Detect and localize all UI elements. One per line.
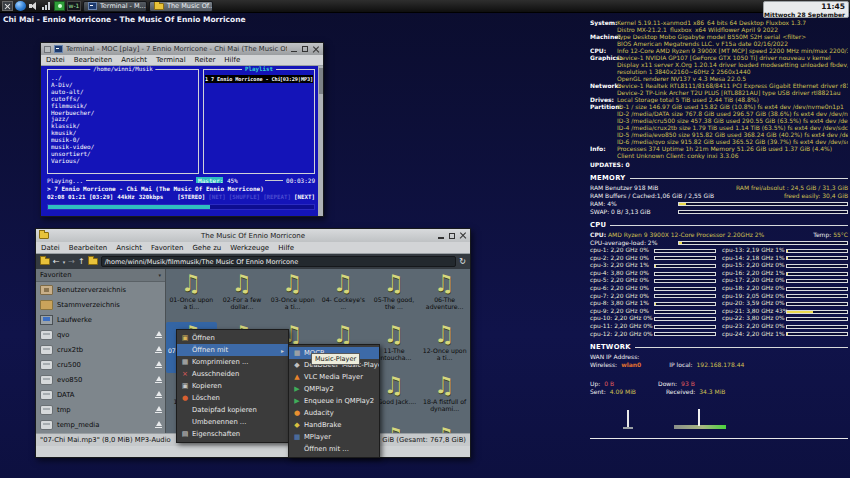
- filemanager-menu-item[interactable]: Hilfe: [278, 244, 294, 252]
- sidebar-item-label: tmp: [57, 406, 71, 414]
- terminal-menu-item[interactable]: Hilfe: [224, 56, 240, 64]
- network-globe-icon[interactable]: [15, 1, 26, 11]
- sidebar-item[interactable]: Stammverzeichnis: [36, 297, 165, 312]
- filemanager-menu-item[interactable]: Datei: [41, 244, 60, 252]
- filemanager-menu-item[interactable]: Ansicht: [116, 244, 142, 252]
- inxi-line: Machine: Type Desktop Mobo Gigabyte mode…: [590, 33, 848, 40]
- up-button[interactable]: ↑: [78, 257, 85, 267]
- context-menu-item[interactable]: ▦ Komprimieren ...: [177, 356, 288, 368]
- file-item[interactable]: ♫ 01-Once upon a ti...: [166, 271, 217, 322]
- terminal-menu-item[interactable]: Ansicht: [121, 56, 147, 64]
- volume-icon[interactable]: [28, 1, 39, 11]
- cpu-core-bar: [654, 310, 716, 314]
- moc-player[interactable]: /home/winni/Musik ../A-Div/auto-alt/cuto…: [41, 66, 323, 216]
- file-item[interactable]: ♫ 02-For a few dollar...: [217, 271, 268, 322]
- filemanager-menu-item[interactable]: Bearbeiten: [69, 244, 107, 252]
- terminal-menu-item[interactable]: Datei: [46, 56, 65, 64]
- context-menu-item[interactable]: ● Löschen: [177, 392, 288, 404]
- window-menu-button[interactable]: [44, 46, 51, 53]
- new-tab-icon[interactable]: [40, 258, 50, 265]
- sidebar-mode-selector[interactable]: Favoriten ▾: [36, 269, 165, 282]
- file-item[interactable]: ♫ 18-A fistfull of dynami...: [419, 373, 470, 424]
- filemanager-menu-item[interactable]: Werkzeuge: [230, 244, 269, 252]
- sidebar-item[interactable]: DATA: [36, 387, 165, 402]
- sidebar-item[interactable]: tmp: [36, 402, 165, 417]
- app-label: Öffnen mit ...: [304, 445, 349, 453]
- workspace-indicator[interactable]: w-1: [67, 1, 81, 11]
- close-button[interactable]: [459, 232, 467, 240]
- moc-directory-entry[interactable]: Hoerbuecher/: [51, 110, 196, 117]
- maximize-button[interactable]: [448, 232, 456, 240]
- terminal-titlebar[interactable]: Terminal - MOC [play] - 7 Ennio Morricon…: [41, 43, 323, 55]
- open-with-item[interactable]: ▶ Enqueue in QMPlay2: [289, 395, 379, 407]
- back-button[interactable]: ←: [53, 257, 60, 267]
- sidebar-item[interactable]: crux2tb: [36, 342, 165, 357]
- eject-icon[interactable]: [154, 406, 163, 414]
- terminal-menu-item[interactable]: Terminal: [156, 56, 186, 64]
- minimize-button[interactable]: [437, 232, 445, 240]
- sidebar-item[interactable]: Benutzerverzeichnis: [36, 282, 165, 297]
- file-item[interactable]: ♫ 12-Once upon a ti...: [419, 322, 470, 373]
- context-menu-item[interactable]: Öffnen mit ▸: [177, 344, 288, 356]
- eject-icon[interactable]: [154, 361, 163, 369]
- eject-icon[interactable]: [154, 376, 163, 384]
- file-item[interactable]: ♫ 03-Once upon a ti...: [267, 271, 318, 322]
- back-history-caret[interactable]: ▾: [63, 257, 66, 267]
- sidebar-item[interactable]: Laufwerke: [36, 312, 165, 327]
- terminal-menu-item[interactable]: Bearbeiten: [74, 56, 112, 64]
- moc-flag[interactable]: [REPEAT]: [263, 194, 291, 200]
- filemanager-titlebar[interactable]: The Music Of Ennio Morricone: [36, 229, 470, 242]
- moc-playlist-current-entry[interactable]: 1 7 Ennio Morricone - Chi M [03:29|MP3]: [205, 75, 313, 83]
- context-menu-item[interactable]: ▤ Eigenschaften: [177, 428, 288, 440]
- open-with-item[interactable]: Öffnen mit ...: [289, 443, 379, 455]
- eject-icon[interactable]: [154, 331, 163, 339]
- context-menu-item[interactable]: Umbenennen ...: [177, 416, 288, 428]
- moc-flag[interactable]: [SHUFFLE]: [229, 194, 260, 200]
- sidebar-item[interactable]: temp_media: [36, 417, 165, 432]
- filemanager-menu-item[interactable]: Favoriten: [151, 244, 183, 252]
- moc-flag[interactable]: [NET]: [208, 194, 225, 200]
- app-label: Enqueue in QMPlay2: [304, 397, 374, 405]
- open-with-item[interactable]: ◆ HandBrake: [289, 419, 379, 431]
- moc-directory-entry[interactable]: Various/: [51, 158, 196, 165]
- minimize-button[interactable]: [290, 45, 298, 53]
- moc-flag[interactable]: [NEXT]: [294, 194, 315, 200]
- signal-strength-icon[interactable]: [41, 1, 52, 11]
- moc-progress-bar[interactable]: [47, 204, 315, 210]
- moc-playlist-panel[interactable]: Playlist 1 7 Ennio Morricone - Chi M [03…: [203, 69, 315, 174]
- open-with-item[interactable]: ■ MPlayer: [289, 431, 379, 443]
- moc-directory-panel[interactable]: /home/winni/Musik ../A-Div/auto-alt/cuto…: [47, 69, 199, 174]
- eject-icon[interactable]: [154, 421, 163, 429]
- filemanager-menu-item[interactable]: Gehe zu: [192, 244, 221, 252]
- eject-icon[interactable]: [154, 391, 163, 399]
- forward-button[interactable]: →: [68, 257, 75, 267]
- context-menu-item[interactable]: ▣ Öffnen: [177, 332, 288, 344]
- sidebar-item[interactable]: qvo: [36, 327, 165, 342]
- terminal-menu-item[interactable]: Reiter: [195, 56, 216, 64]
- moc-directory-list[interactable]: ../A-Div/auto-alt/cutoffs/filmmusik/Hoer…: [51, 75, 196, 171]
- open-with-item[interactable]: ● Audacity: [289, 407, 379, 419]
- file-item[interactable]: ♫ 05-The good, the ...: [369, 271, 420, 322]
- path-field[interactable]: /home/winni/Musik/filmmusik/The Music Of…: [101, 256, 457, 267]
- file-item[interactable]: ♫ 04- Cockeye's ...: [318, 271, 369, 322]
- open-with-item[interactable]: ▲ VLC Media Player: [289, 371, 379, 383]
- taskbar-button-filemanager[interactable]: The Music Of...: [149, 1, 213, 12]
- moc-flag[interactable]: [STEREO]: [177, 194, 205, 200]
- file-item[interactable]: ♫: [419, 424, 470, 433]
- file-item[interactable]: ♫ 06-The adventure...: [419, 271, 470, 322]
- reload-button[interactable]: ↻: [459, 257, 466, 267]
- eject-icon[interactable]: [154, 346, 163, 354]
- context-menu-item[interactable]: × Ausschneiden: [177, 368, 288, 380]
- sidebar-item[interactable]: cru500: [36, 357, 165, 372]
- open-with-item[interactable]: ▶ QMPlay2: [289, 383, 379, 395]
- context-menu-item[interactable]: ▣ Kopieren: [177, 380, 288, 392]
- taskbar-button-terminal[interactable]: Terminal - M...: [83, 1, 147, 12]
- updater-led-icon[interactable]: [54, 1, 65, 11]
- terminal-scrollbar[interactable]: [318, 66, 323, 216]
- sidebar-item[interactable]: evo850: [36, 372, 165, 387]
- moc-volume[interactable]: Master: 45%: [196, 176, 262, 184]
- maximize-button[interactable]: [301, 45, 309, 53]
- close-button[interactable]: [312, 45, 320, 53]
- context-menu-item[interactable]: Dateipfad kopieren: [177, 404, 288, 416]
- x-logo-icon[interactable]: [2, 1, 13, 11]
